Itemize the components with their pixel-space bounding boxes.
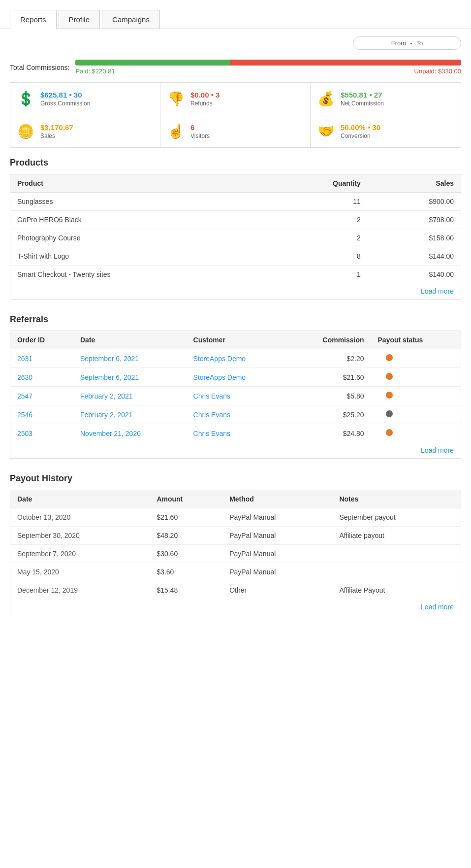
referral-status <box>371 368 461 387</box>
payout-date: December 12, 2019 <box>10 581 150 600</box>
payout-amount: $15.48 <box>150 581 222 600</box>
table-row: October 13, 2020 $21.60 PayPal Manual Se… <box>10 508 461 527</box>
status-dot <box>386 392 393 399</box>
sales-value: $3,170.67 <box>40 123 73 132</box>
date-range-picker[interactable]: From - To <box>353 36 461 50</box>
stat-refunds: 👎 $0.00 • 3 Refunds <box>160 83 311 115</box>
payout-method: Other <box>222 581 332 600</box>
product-name: GoPro HERO6 Black <box>10 211 268 229</box>
payout-history-title: Payout History <box>10 473 461 484</box>
product-quantity: 8 <box>267 247 367 266</box>
table-row: Photography Course 2 $158.00 <box>10 229 461 247</box>
referral-customer: Chris Evans <box>187 424 287 443</box>
referral-date: November 21, 2020 <box>73 424 187 443</box>
product-sales: $144.00 <box>368 247 461 266</box>
thumbsdown-icon: 👎 <box>167 91 185 107</box>
referral-date: September 6, 2021 <box>73 349 187 368</box>
table-row: September 7, 2020 $30.60 PayPal Manual <box>10 545 461 563</box>
payout-method: PayPal Manual <box>222 527 332 545</box>
table-row: September 30, 2020 $48.20 PayPal Manual … <box>10 527 461 545</box>
total-commissions-label: Total Commissions: <box>10 64 69 71</box>
commission-labels: Paid: $220.81 Unpaid: $330.00 <box>75 67 461 75</box>
payout-notes: Affiliate Payout <box>332 581 461 600</box>
product-quantity: 2 <box>267 229 367 247</box>
product-sales: $900.00 <box>368 193 461 211</box>
referral-commission: $21.60 <box>287 368 371 387</box>
payout-amount: $3.60 <box>150 563 222 581</box>
refunds-value: $0.00 • 3 <box>190 91 220 99</box>
status-dot <box>386 429 393 436</box>
product-quantity: 2 <box>267 211 367 229</box>
table-row: 2631 September 6, 2021 StoreApps Demo $2… <box>10 349 461 368</box>
product-sales: $158.00 <box>368 229 461 247</box>
commission-bar-fill <box>75 60 229 66</box>
referral-commission: $5.80 <box>287 387 371 405</box>
payout-method: PayPal Manual <box>222 563 332 581</box>
status-dot <box>386 354 393 361</box>
status-dot <box>386 373 393 380</box>
stat-net-commission: 💰 $550.81 • 27 Net Commission <box>311 83 461 115</box>
order-id: 2630 <box>10 368 74 387</box>
payout-date: October 13, 2020 <box>10 508 150 527</box>
payout-method: PayPal Manual <box>222 545 332 563</box>
table-row: Sunglasses 11 $900.00 <box>10 193 461 211</box>
to-label: To <box>416 39 423 47</box>
gross-commission-value: $625.81 • 30 <box>40 91 90 99</box>
payout-load-more[interactable]: Load more <box>10 599 461 615</box>
products-col-sales: Sales <box>368 174 461 193</box>
refunds-label: Refunds <box>190 100 220 107</box>
gross-commission-label: Gross Commission <box>40 100 90 107</box>
referral-status <box>371 424 461 443</box>
products-col-product: Product <box>10 174 268 193</box>
payout-notes: September payout <box>332 508 461 527</box>
referral-date: February 2, 2021 <box>73 387 187 405</box>
referral-status <box>371 349 461 368</box>
visitors-value: 6 <box>190 123 210 132</box>
payout-amount: $48.20 <box>150 527 222 545</box>
table-row: 2546 February 2, 2021 Chris Evans $25.20 <box>10 405 461 424</box>
product-sales: $798.00 <box>368 211 461 229</box>
date-range-row: From - To <box>0 29 471 55</box>
commission-section: Total Commissions: Paid: $220.81 Unpaid:… <box>0 55 471 82</box>
coins-icon: 🪙 <box>17 123 34 139</box>
order-id: 2546 <box>10 405 74 424</box>
tab-profile[interactable]: Profile <box>59 10 100 29</box>
payout-notes: Affiliate payout <box>332 527 461 545</box>
referral-customer: StoreApps Demo <box>187 368 287 387</box>
commission-bar <box>75 60 461 66</box>
stat-conversion: 🤝 50.00% • 30 Conversion <box>311 115 461 147</box>
moneybag-icon: 💰 <box>317 91 335 107</box>
tab-reports[interactable]: Reports <box>10 10 57 29</box>
order-id: 2503 <box>10 424 74 443</box>
products-load-more[interactable]: Load more <box>10 283 461 300</box>
referral-commission: $24.80 <box>287 424 371 443</box>
handshake-icon: 🤝 <box>317 123 335 139</box>
payout-history-section: Payout History Date Amount Method Notes … <box>0 473 471 625</box>
payout-col-amount: Amount <box>150 490 222 508</box>
visitors-label: Visitors <box>190 133 210 139</box>
table-row: 2630 September 6, 2021 StoreApps Demo $2… <box>10 368 461 387</box>
payout-date: May 15, 2020 <box>10 563 150 581</box>
product-name: Sunglasses <box>10 193 268 211</box>
date-separator: - <box>410 39 412 47</box>
referral-commission: $2.20 <box>287 349 371 368</box>
stats-grid: 💲 $625.81 • 30 Gross Commission 👎 $0.00 … <box>10 82 461 148</box>
net-commission-value: $550.81 • 27 <box>341 91 384 99</box>
payout-date: September 30, 2020 <box>10 527 150 545</box>
products-table: Product Quantity Sales Sunglasses 11 $90… <box>10 174 461 300</box>
tab-campaigns[interactable]: Campaigns <box>102 10 160 29</box>
product-name: T-Shirt with Logo <box>10 247 268 266</box>
products-col-quantity: Quantity <box>267 174 367 193</box>
referrals-load-more[interactable]: Load more <box>10 442 461 459</box>
stat-visitors: ☝️ 6 Visitors <box>160 115 311 147</box>
referrals-col-status: Payout status <box>371 331 461 349</box>
payout-amount: $30.60 <box>150 545 222 563</box>
products-title: Products <box>10 158 461 168</box>
referral-customer: StoreApps Demo <box>187 349 287 368</box>
referrals-section: Referrals Order ID Date Customer Commiss… <box>0 314 471 468</box>
referral-commission: $25.20 <box>287 405 371 424</box>
referral-date: February 2, 2021 <box>73 405 187 424</box>
conversion-label: Conversion <box>341 133 380 139</box>
referral-customer: Chris Evans <box>187 387 287 405</box>
table-row: GoPro HERO6 Black 2 $798.00 <box>10 211 461 229</box>
